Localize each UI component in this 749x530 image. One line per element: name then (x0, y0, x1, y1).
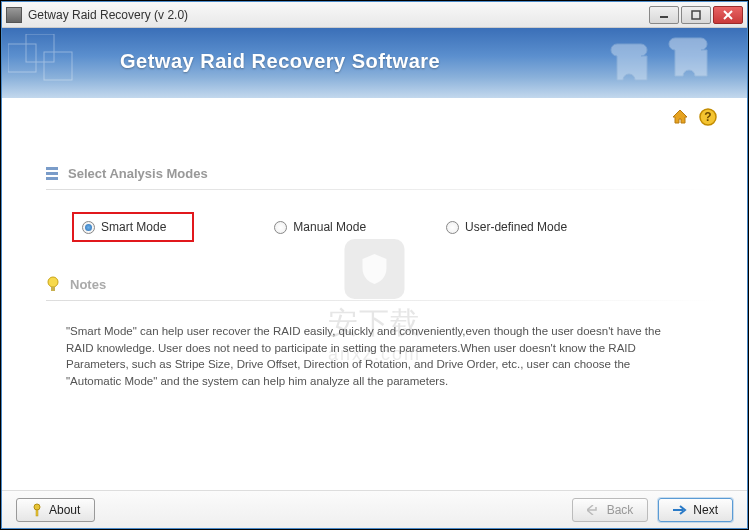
main-content: ? Select Analysis Modes Smart Mode Manua… (2, 98, 747, 490)
footer: About Back Next (2, 490, 747, 528)
mode-radio-group: Smart Mode Manual Mode User-defined Mode (72, 212, 717, 242)
key-icon (31, 503, 43, 517)
radio-indicator (82, 221, 95, 234)
list-icon (46, 167, 58, 181)
svg-point-14 (34, 504, 40, 510)
window-title: Getway Raid Recovery (v 2.0) (28, 8, 649, 22)
app-icon (6, 7, 22, 23)
analysis-modes-heading: Select Analysis Modes (46, 166, 717, 181)
svg-rect-10 (46, 172, 58, 175)
titlebar[interactable]: Getway Raid Recovery (v 2.0) (2, 2, 747, 28)
radio-smart-mode[interactable]: Smart Mode (72, 212, 194, 242)
next-button[interactable]: Next (658, 498, 733, 522)
button-label: Back (607, 503, 634, 517)
radio-label: User-defined Mode (465, 220, 567, 234)
header-title: Getway Raid Recovery Software (120, 50, 440, 73)
radio-manual-mode[interactable]: Manual Mode (274, 220, 366, 234)
divider (46, 189, 717, 190)
radio-label: Smart Mode (101, 220, 166, 234)
minimize-button[interactable] (649, 6, 679, 24)
radio-indicator (446, 221, 459, 234)
radio-indicator (274, 221, 287, 234)
svg-rect-9 (46, 167, 58, 170)
notes-body: "Smart Mode" can help user recover the R… (66, 323, 683, 390)
svg-point-12 (48, 277, 58, 287)
notes-heading: Notes (46, 276, 717, 292)
radio-user-defined-mode[interactable]: User-defined Mode (446, 220, 567, 234)
maximize-button[interactable] (681, 6, 711, 24)
lightbulb-icon (46, 276, 60, 292)
puzzle-decoration-icon (597, 32, 737, 96)
svg-rect-5 (26, 34, 54, 62)
notes-label: Notes (70, 277, 106, 292)
arrow-right-icon (673, 505, 687, 515)
svg-rect-1 (692, 11, 700, 19)
svg-rect-6 (44, 52, 72, 80)
arrow-left-icon (587, 505, 601, 515)
app-window: Getway Raid Recovery (v 2.0) Getway Raid… (1, 1, 748, 529)
help-icon[interactable]: ? (699, 108, 717, 126)
svg-rect-11 (46, 177, 58, 180)
button-label: About (49, 503, 80, 517)
divider (46, 300, 717, 301)
button-label: Next (693, 503, 718, 517)
radio-label: Manual Mode (293, 220, 366, 234)
svg-rect-13 (51, 287, 55, 291)
svg-rect-4 (8, 44, 36, 72)
about-button[interactable]: About (16, 498, 95, 522)
svg-rect-15 (36, 510, 38, 516)
back-button: Back (572, 498, 649, 522)
svg-text:?: ? (704, 110, 711, 124)
close-button[interactable] (713, 6, 743, 24)
home-icon[interactable] (671, 108, 689, 126)
window-controls (649, 6, 743, 24)
header-banner: Getway Raid Recovery Software (2, 28, 747, 98)
analysis-modes-label: Select Analysis Modes (68, 166, 208, 181)
header-decoration-left (8, 34, 108, 92)
